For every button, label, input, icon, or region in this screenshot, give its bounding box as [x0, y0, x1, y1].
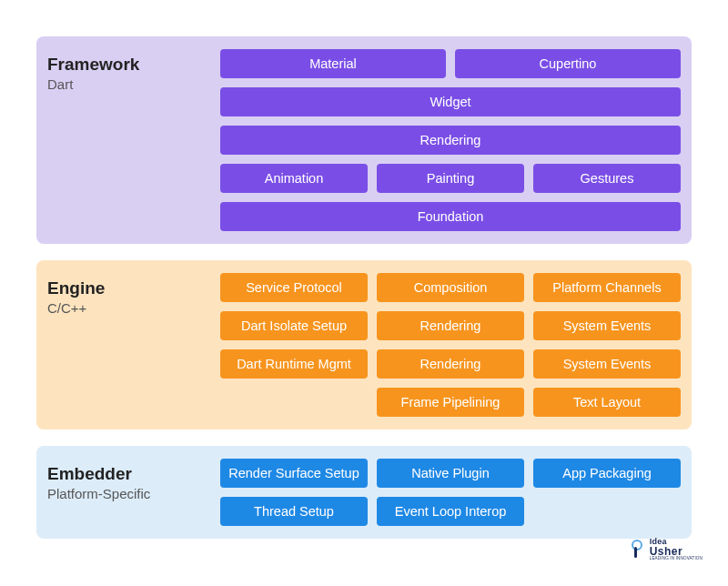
- box-composition: Composition: [377, 273, 524, 302]
- watermark-text: Idea Usher LEADING IN INNOVATION: [650, 538, 703, 561]
- layer-label-framework: Framework Dart: [47, 49, 220, 92]
- layer-engine: Engine C/C++ Service Protocol Compositio…: [36, 260, 692, 429]
- box-render-surface-setup: Render Surface Setup: [220, 459, 368, 488]
- box-cupertino: Cupertino: [455, 49, 681, 78]
- box-native-plugin: Native Plugin: [377, 459, 524, 488]
- empty-cell: [220, 388, 368, 417]
- box-event-loop-interop: Event Loop Interop: [377, 497, 524, 526]
- box-painting: Painting: [377, 164, 524, 193]
- box-widget: Widget: [220, 87, 681, 116]
- box-gestures: Gestures: [533, 164, 681, 193]
- box-material: Material: [220, 49, 446, 78]
- box-animation: Animation: [220, 164, 368, 193]
- box-system-events: System Events: [533, 311, 681, 340]
- layer-framework: Framework Dart Material Cupertino Widget…: [36, 36, 692, 244]
- layer-subtitle: Dart: [47, 76, 220, 92]
- box-rendering: Rendering: [220, 126, 681, 155]
- box-rendering-3: Rendering: [377, 349, 524, 379]
- box-frame-pipelining: Frame Pipelining: [377, 388, 524, 417]
- layer-label-engine: Engine C/C++: [47, 273, 220, 316]
- layer-label-embedder: Embedder Platform-Specific: [47, 459, 220, 501]
- box-rendering-2: Rendering: [377, 311, 524, 340]
- box-dart-isolate-setup: Dart Isolate Setup: [220, 311, 368, 340]
- watermark-line2: Usher: [650, 546, 703, 557]
- box-service-protocol: Service Protocol: [220, 273, 368, 302]
- box-app-packaging: App Packaging: [533, 459, 681, 488]
- box-platform-channels: Platform Channels: [533, 273, 681, 302]
- idea-usher-icon: [630, 538, 646, 560]
- layer-title: Embedder: [47, 464, 220, 484]
- watermark-tagline: LEADING IN INNOVATION: [650, 557, 703, 561]
- layer-content-framework: Material Cupertino Widget Rendering Anim…: [220, 49, 681, 231]
- box-foundation: Foundation: [220, 202, 681, 231]
- layer-subtitle: Platform-Specific: [47, 486, 220, 501]
- empty-cell: [533, 497, 681, 526]
- layer-embedder: Embedder Platform-Specific Render Surfac…: [36, 446, 692, 539]
- box-system-events-2: System Events: [533, 349, 681, 379]
- watermark-logo: Idea Usher LEADING IN INNOVATION: [630, 538, 703, 561]
- box-text-layout: Text Layout: [533, 388, 681, 417]
- box-thread-setup: Thread Setup: [220, 497, 368, 526]
- layer-title: Framework: [47, 55, 220, 75]
- layer-title: Engine: [47, 278, 220, 298]
- layer-content-embedder: Render Surface Setup Native Plugin App P…: [220, 459, 681, 526]
- layer-subtitle: C/C++: [47, 300, 220, 316]
- box-dart-runtime-mgmt: Dart Runtime Mgmt: [220, 349, 368, 379]
- layer-content-engine: Service Protocol Composition Platform Ch…: [220, 273, 681, 417]
